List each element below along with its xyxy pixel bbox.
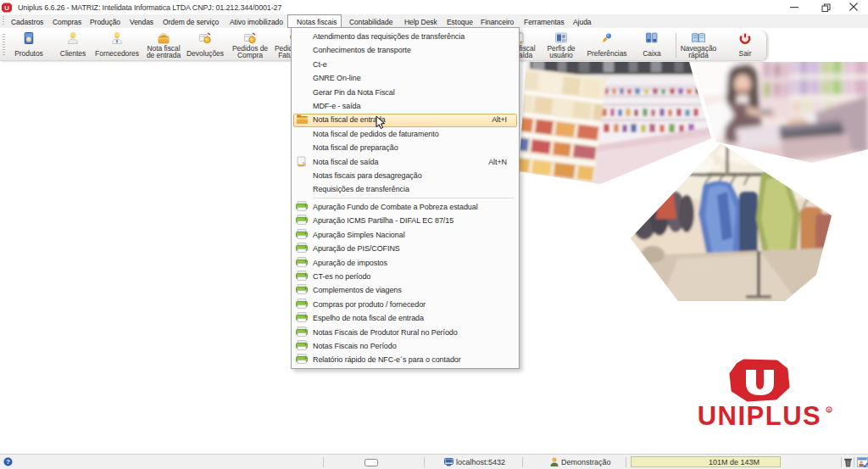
svg-text:?: ? (6, 458, 10, 466)
svg-text:UNIPLUS: UNIPLUS (698, 401, 822, 431)
svg-text:U: U (4, 3, 9, 11)
